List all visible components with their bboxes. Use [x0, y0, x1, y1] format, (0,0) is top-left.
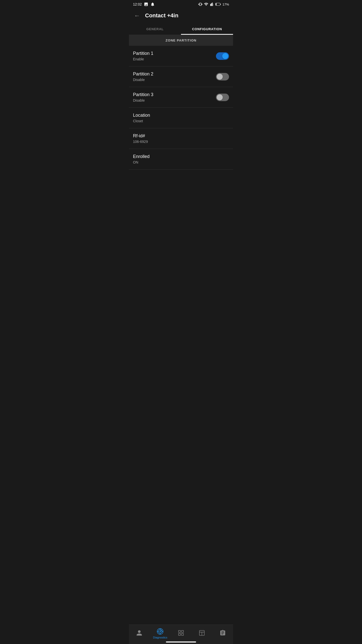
partition-2-text: Partition 2 Disable	[133, 71, 153, 82]
enrolled-value: ON	[133, 160, 229, 164]
partition-3-title: Partition 3	[133, 92, 153, 97]
partition-3-text: Partition 3 Disable	[133, 92, 153, 102]
partition-1-status: Enable	[133, 57, 153, 61]
status-left: 12:02	[133, 2, 155, 7]
partition-2-toggle[interactable]	[216, 73, 229, 80]
rfid-row[interactable]: Rf-id# 106-6929	[129, 128, 233, 149]
partition-1-row[interactable]: Partition 1 Enable	[129, 46, 233, 66]
partition-2-title: Partition 2	[133, 71, 153, 77]
partition-2-row[interactable]: Partition 2 Disable	[129, 66, 233, 87]
rfid-label: Rf-id#	[133, 133, 229, 139]
tab-bar: GENERAL CONFIGURATION	[129, 24, 233, 35]
partition-2-status: Disable	[133, 78, 153, 82]
partition-3-toggle[interactable]	[216, 94, 229, 101]
rfid-value: 106-6929	[133, 140, 229, 144]
partition-3-status: Disable	[133, 98, 153, 102]
location-label: Location	[133, 113, 229, 118]
notification-icon	[150, 2, 155, 7]
location-value: Closet	[133, 119, 229, 123]
enrolled-row[interactable]: Enrolled ON	[129, 149, 233, 170]
photo-icon	[144, 2, 148, 7]
svg-rect-5	[220, 4, 221, 5]
svg-rect-2	[212, 3, 213, 6]
status-bar: 12:02 17%	[129, 0, 233, 8]
enrolled-label: Enrolled	[133, 154, 229, 159]
partition-1-text: Partition 1 Enable	[133, 51, 153, 61]
svg-rect-3	[213, 4, 213, 6]
svg-rect-6	[216, 3, 216, 5]
page-title: Contact +4in	[145, 12, 178, 19]
svg-rect-1	[211, 3, 212, 6]
vibrate-icon	[198, 2, 202, 6]
battery-icon	[215, 2, 221, 6]
wifi-icon	[204, 2, 208, 7]
battery-percentage: 17%	[222, 3, 229, 6]
page-content: ZONE PARTITION Partition 1 Enable Partit…	[129, 35, 233, 190]
tab-general[interactable]: GENERAL	[129, 24, 181, 35]
svg-rect-0	[210, 4, 211, 6]
status-right: 17%	[198, 2, 229, 7]
partition-1-toggle[interactable]	[216, 52, 229, 60]
partition-3-row[interactable]: Partition 3 Disable	[129, 87, 233, 108]
app-header: ← Contact +4in	[129, 8, 233, 24]
partition-1-title: Partition 1	[133, 51, 153, 56]
section-header-zone-partition: ZONE PARTITION	[129, 35, 233, 46]
tab-configuration[interactable]: CONFIGURATION	[181, 24, 233, 35]
signal-icon	[210, 2, 214, 6]
time: 12:02	[133, 2, 142, 6]
back-button[interactable]: ←	[133, 11, 141, 20]
location-row[interactable]: Location Closet	[129, 108, 233, 128]
